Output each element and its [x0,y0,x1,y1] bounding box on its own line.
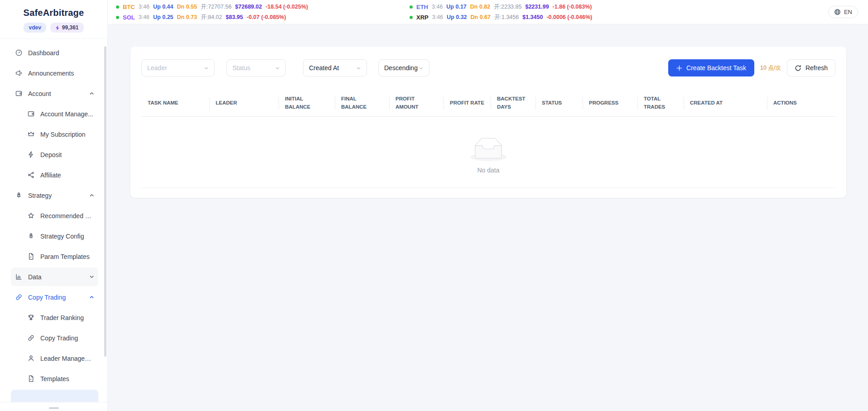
chevron-down-icon [356,66,361,71]
ticker-time: 3:46 [432,4,443,10]
column-task-name: TASK NAME [141,90,209,116]
ticker-down: Dn 0.82 [470,4,490,10]
ticker-change: -1.86 (-0.083%) [553,4,592,10]
plus-icon [676,65,682,71]
sidebar-item-strategy-config[interactable]: Strategy Config [11,227,98,245]
column-initial-balance: INITIAL BALANCE [279,90,335,116]
ticker-up: Up 0.44 [153,4,173,10]
language-label: EN [844,9,852,15]
leader-select[interactable]: Leader [141,59,215,76]
main-area: BTC 3:46 Up 0.44 Dn 0.55 开:72707.56 $726… [108,0,868,411]
cost-per-use-label: 10 点/次 [760,64,781,72]
ticker-price: $1.3450 [522,14,543,20]
ticker-time: 3:46 [432,14,443,20]
user-icon [27,354,35,362]
ticker-price: $2231.99 [525,4,549,10]
ticker-open: 开:1.3456 [494,14,519,21]
column-created-at: CREATED AT [684,90,767,116]
sidebar-item-my-subscription[interactable]: My Subscription [11,125,98,143]
refresh-button[interactable]: Refresh [787,59,835,76]
bolt-icon [55,25,60,31]
header-badges: vdev 99,361 [0,23,107,33]
ticker-change: -0.0006 (-0.046%) [546,14,592,20]
filter-toolbar: Leader Status Created At [141,59,835,76]
refresh-icon [795,65,801,72]
column-actions: ACTIONS [767,90,835,116]
ticker-bar: BTC 3:46 Up 0.44 Dn 0.55 开:72707.56 $726… [108,0,868,24]
sidebar-item-backtest-active[interactable] [11,390,98,402]
ticker-time: 3:46 [139,4,149,10]
ticker-column-left: BTC 3:46 Up 0.44 Dn 0.55 开:72707.56 $726… [116,3,410,21]
chevron-down-icon [204,66,209,71]
sidebar-item-templates[interactable]: Templates [11,369,98,388]
sidebar-item-leader-management[interactable]: Leader Manageme... [11,349,98,368]
ticker-xrp: XRP 3:46 Up 0.32 Dn 0.67 开:1.3456 $1.345… [410,14,592,21]
ticker-time: 3:46 [139,14,149,20]
rocket-icon [15,191,23,199]
megaphone-icon [15,69,23,77]
trophy-icon [27,314,35,321]
chevron-up-icon [89,91,94,96]
sidebar-nav: Dashboard Announcements Account Account … [0,39,107,402]
column-final-balance: FINAL BALANCE [335,90,389,116]
sidebar-item-data[interactable]: Data [11,268,98,286]
empty-text: No data [141,167,835,174]
ticker-up: Up 0.17 [446,4,466,10]
create-backtest-task-button[interactable]: Create Backtest Task [668,59,754,76]
ticker-down: Dn 0.73 [177,14,197,20]
table-header-row: TASK NAME LEADER INITIAL BALANCE FINAL B… [141,90,835,116]
backtest-card: Leader Status Created At [130,47,846,198]
status-dot-icon [116,16,119,19]
sidebar-item-account[interactable]: Account [11,84,98,103]
sidebar-item-recommended-strategies[interactable]: Recommended Str... [11,206,98,225]
sidebar-item-affiliate[interactable]: Affiliate [11,166,98,184]
sidebar-item-account-management[interactable]: Account Manage... [11,105,98,123]
ticker-open: 开:72707.56 [201,3,231,11]
sidebar-item-copy-trading[interactable]: Copy Trading [11,288,98,306]
action-toolbar: Create Backtest Task 10 点/次 Refresh [668,59,835,76]
bar-chart-icon [15,273,23,281]
sidebar-footer [0,402,107,411]
ticker-price: $83.95 [226,14,243,20]
sidebar-item-copy-trading-sub[interactable]: Copy Trading [11,329,98,347]
rocket-icon [27,232,35,240]
ticker-column-right: ETH 3:46 Up 0.17 Dn 0.82 开:2233.85 $2231… [410,3,592,21]
ticker-symbol: ETH [416,4,428,10]
chevron-down-icon [275,66,280,71]
ticker-down: Dn 0.67 [471,14,491,20]
chevron-up-icon [89,295,94,300]
column-status: STATUS [535,90,583,116]
empty-box-icon [141,138,835,161]
backtest-table: TASK NAME LEADER INITIAL BALANCE FINAL B… [141,90,835,117]
sidebar-item-trader-ranking[interactable]: Trader Ranking [11,308,98,327]
sidebar-item-dashboard[interactable]: Dashboard [11,43,98,62]
content-area: Leader Status Created At [108,24,868,411]
sidebar-item-param-templates[interactable]: Param Templates [11,247,98,266]
sort-field-select[interactable]: Created At [303,59,367,76]
dashboard-icon [15,49,23,57]
column-leader: LEADER [209,90,279,116]
sidebar-item-announcements[interactable]: Announcements [11,64,98,82]
status-select[interactable]: Status [227,59,286,76]
sidebar-scrollbar[interactable] [104,46,106,357]
env-badge: vdev [24,23,46,33]
ticker-up: Up 0.32 [447,14,467,20]
ticker-change: -0.07 (-0.085%) [247,14,286,20]
ticker-sol: SOL 3:46 Up 0.25 Dn 0.73 开:84.02 $83.95 … [116,14,410,21]
globe-icon [834,9,841,15]
sort-order-select[interactable]: Descending [378,59,429,76]
file-icon [27,253,35,260]
sidebar-item-strategy[interactable]: Strategy [11,186,98,205]
ticker-btc: BTC 3:46 Up 0.44 Dn 0.55 开:72707.56 $726… [116,3,410,11]
file-icon [27,375,35,382]
sidebar-collapse-handle[interactable] [49,407,59,409]
empty-state: No data [141,117,835,188]
chevron-up-icon [89,193,94,198]
credits-value: 99,361 [62,24,79,31]
link-icon [27,334,35,342]
sidebar-item-deposit[interactable]: Deposit [11,145,98,164]
column-backtest-days: BACKTEST DAYS [491,90,535,116]
language-selector[interactable]: EN [828,6,858,18]
ticker-open: 开:84.02 [201,14,222,21]
ticker-change: -18.54 (-0.025%) [265,4,308,10]
